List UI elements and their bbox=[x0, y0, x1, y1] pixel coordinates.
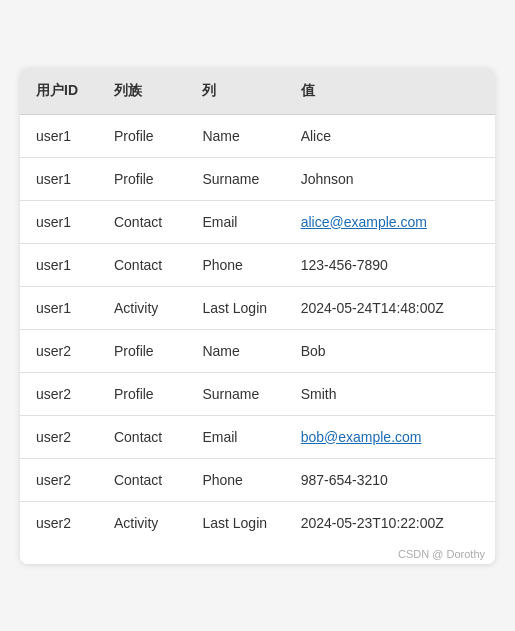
cell-column: Phone bbox=[186, 243, 284, 286]
data-table: 用户ID 列族 列 值 user1ProfileNameAliceuser1Pr… bbox=[20, 68, 495, 544]
table-row: user2ProfileSurnameSmith bbox=[20, 372, 495, 415]
cell-family: Contact bbox=[98, 458, 186, 501]
cell-family: Profile bbox=[98, 114, 186, 157]
table-row: user1ContactEmailalice@example.com bbox=[20, 200, 495, 243]
cell-column: Email bbox=[186, 415, 284, 458]
header-userid: 用户ID bbox=[20, 68, 98, 115]
cell-family: Profile bbox=[98, 329, 186, 372]
table-row: user1ProfileNameAlice bbox=[20, 114, 495, 157]
header-value: 值 bbox=[285, 68, 495, 115]
cell-family: Activity bbox=[98, 286, 186, 329]
table-row: user2ProfileNameBob bbox=[20, 329, 495, 372]
table-row: user1ProfileSurnameJohnson bbox=[20, 157, 495, 200]
cell-userid: user1 bbox=[20, 114, 98, 157]
cell-userid: user1 bbox=[20, 286, 98, 329]
table-body: user1ProfileNameAliceuser1ProfileSurname… bbox=[20, 114, 495, 544]
table-row: user2ActivityLast Login2024-05-23T10:22:… bbox=[20, 501, 495, 544]
cell-family: Contact bbox=[98, 243, 186, 286]
cell-value: Johnson bbox=[285, 157, 495, 200]
header-column: 列 bbox=[186, 68, 284, 115]
cell-column: Name bbox=[186, 114, 284, 157]
cell-value[interactable]: bob@example.com bbox=[285, 415, 495, 458]
table-row: user1ActivityLast Login2024-05-24T14:48:… bbox=[20, 286, 495, 329]
cell-family: Activity bbox=[98, 501, 186, 544]
table-container: 用户ID 列族 列 值 user1ProfileNameAliceuser1Pr… bbox=[20, 68, 495, 564]
cell-family: Profile bbox=[98, 157, 186, 200]
cell-userid: user2 bbox=[20, 415, 98, 458]
cell-userid: user2 bbox=[20, 501, 98, 544]
email-link[interactable]: alice@example.com bbox=[301, 214, 427, 230]
table-row: user2ContactPhone987-654-3210 bbox=[20, 458, 495, 501]
cell-value: 987-654-3210 bbox=[285, 458, 495, 501]
cell-column: Surname bbox=[186, 157, 284, 200]
cell-value: Smith bbox=[285, 372, 495, 415]
cell-family: Contact bbox=[98, 200, 186, 243]
header-row: 用户ID 列族 列 值 bbox=[20, 68, 495, 115]
email-link[interactable]: bob@example.com bbox=[301, 429, 422, 445]
table-row: user2ContactEmailbob@example.com bbox=[20, 415, 495, 458]
cell-userid: user2 bbox=[20, 372, 98, 415]
cell-column: Email bbox=[186, 200, 284, 243]
cell-value: Alice bbox=[285, 114, 495, 157]
table-header: 用户ID 列族 列 值 bbox=[20, 68, 495, 115]
cell-value: Bob bbox=[285, 329, 495, 372]
cell-value[interactable]: alice@example.com bbox=[285, 200, 495, 243]
watermark: CSDN @ Dorothy bbox=[20, 544, 495, 564]
cell-userid: user1 bbox=[20, 200, 98, 243]
cell-userid: user1 bbox=[20, 243, 98, 286]
cell-value: 2024-05-24T14:48:00Z bbox=[285, 286, 495, 329]
table-row: user1ContactPhone123-456-7890 bbox=[20, 243, 495, 286]
cell-userid: user2 bbox=[20, 329, 98, 372]
cell-family: Contact bbox=[98, 415, 186, 458]
cell-column: Surname bbox=[186, 372, 284, 415]
cell-column: Name bbox=[186, 329, 284, 372]
cell-userid: user1 bbox=[20, 157, 98, 200]
cell-column: Last Login bbox=[186, 286, 284, 329]
cell-column: Last Login bbox=[186, 501, 284, 544]
cell-column: Phone bbox=[186, 458, 284, 501]
cell-value: 2024-05-23T10:22:00Z bbox=[285, 501, 495, 544]
cell-value: 123-456-7890 bbox=[285, 243, 495, 286]
cell-userid: user2 bbox=[20, 458, 98, 501]
header-family: 列族 bbox=[98, 68, 186, 115]
cell-family: Profile bbox=[98, 372, 186, 415]
